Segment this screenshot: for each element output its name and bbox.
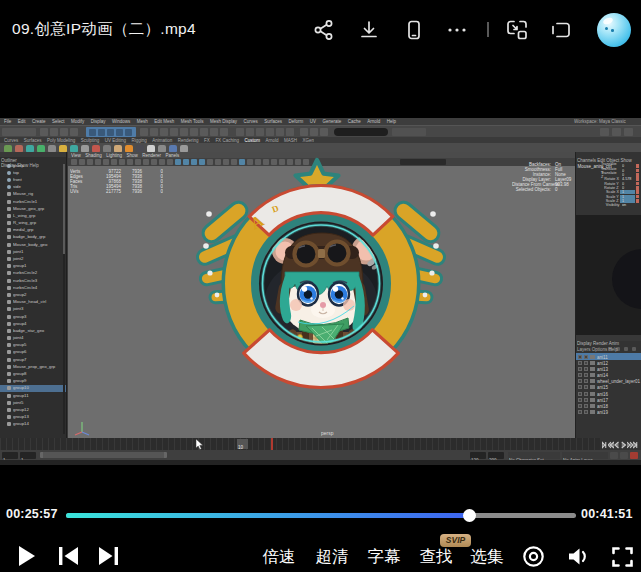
shelf-tab[interactable]: Poly Modeling xyxy=(47,138,75,143)
status-icon[interactable] xyxy=(89,129,96,136)
prev-button[interactable] xyxy=(59,547,78,569)
outliner-item[interactable]: group3 xyxy=(0,313,66,320)
status-icon[interactable] xyxy=(210,128,218,136)
record-icon[interactable] xyxy=(522,545,545,572)
avatar[interactable] xyxy=(597,13,631,47)
outliner-item[interactable]: L_wing_grp xyxy=(0,212,66,219)
outliner-item[interactable]: top xyxy=(0,169,66,176)
outliner-item[interactable]: medal_grp xyxy=(0,227,66,234)
viewport-toolbar-icon[interactable] xyxy=(183,159,189,165)
status-icon[interactable] xyxy=(107,129,114,136)
status-icon[interactable] xyxy=(50,128,58,136)
maya-menu-item[interactable]: Mesh Tools xyxy=(181,119,204,124)
viewport-toolbar-icon[interactable] xyxy=(71,159,77,165)
maya-menu-item[interactable]: Deform xyxy=(289,119,304,124)
outliner-item[interactable]: group14 xyxy=(0,421,66,428)
outliner-item[interactable]: Mouse_head_ctrl xyxy=(0,299,66,306)
maya-menu-item[interactable]: Mesh Display xyxy=(210,119,237,124)
auto-key-button[interactable] xyxy=(630,452,638,459)
progress-thumb[interactable] xyxy=(463,509,476,522)
status-icon[interactable] xyxy=(98,129,105,136)
status-icon[interactable] xyxy=(125,129,132,136)
panel-menu-item[interactable]: Lighting xyxy=(106,153,122,158)
status-icon[interactable] xyxy=(600,128,609,136)
status-icon[interactable] xyxy=(40,128,48,136)
outliner-item[interactable]: nurbsCircle4 xyxy=(0,284,66,291)
outliner-item[interactable]: group2 xyxy=(0,291,66,298)
outliner-item[interactable]: nurbsCircle1 xyxy=(0,198,66,205)
maya-command-line[interactable] xyxy=(0,460,641,465)
share-icon[interactable] xyxy=(310,16,338,44)
menuset-dropdown[interactable] xyxy=(2,128,36,136)
viewport-toolbar-icon[interactable] xyxy=(79,159,85,165)
outliner-item[interactable]: Mouse_rig xyxy=(0,191,66,198)
outliner-item[interactable]: Mouse_geo_grp xyxy=(0,205,66,212)
status-icon[interactable] xyxy=(180,128,188,136)
maya-menu-item[interactable]: Display xyxy=(91,119,106,124)
control-button-选集[interactable]: 选集 xyxy=(465,546,509,568)
status-icon[interactable] xyxy=(220,128,228,136)
shelf-tab[interactable]: UV Editing xyxy=(105,138,126,143)
outliner-item[interactable]: front xyxy=(0,176,66,183)
outliner-item[interactable]: group5 xyxy=(0,342,66,349)
status-icon[interactable] xyxy=(276,128,284,136)
outliner-item[interactable]: nurbsCircle2 xyxy=(0,270,66,277)
maya-menu-item[interactable]: Windows xyxy=(112,119,130,124)
outliner-item[interactable]: badge_star_geo xyxy=(0,327,66,334)
status-icon[interactable] xyxy=(60,128,68,136)
next-button[interactable] xyxy=(99,547,118,569)
status-icon[interactable] xyxy=(190,128,198,136)
control-button-字幕[interactable]: 字幕 xyxy=(362,546,406,568)
selection-mask-dropdown[interactable] xyxy=(392,128,426,136)
channel-row[interactable]: Visibilityon xyxy=(576,203,641,207)
status-icon[interactable] xyxy=(150,128,158,136)
status-icon[interactable] xyxy=(236,128,244,136)
status-icon[interactable] xyxy=(300,128,308,136)
outliner-item[interactable]: R_wing_grp xyxy=(0,220,66,227)
maya-playback-controls[interactable] xyxy=(600,438,641,450)
phone-icon[interactable] xyxy=(400,16,428,44)
outliner-item[interactable]: badge_body_grp xyxy=(0,234,66,241)
status-icon[interactable] xyxy=(140,128,148,136)
outliner-item[interactable]: group7 xyxy=(0,356,66,363)
maya-menu-item[interactable]: Create xyxy=(32,119,46,124)
viewport-toolbar-icon[interactable] xyxy=(167,159,173,165)
panel-menu-item[interactable]: Shading xyxy=(85,153,102,158)
outliner-item[interactable]: group6 xyxy=(0,349,66,356)
status-icon[interactable] xyxy=(310,128,318,136)
control-button-超清[interactable]: 超清 xyxy=(310,546,354,568)
shelf-tab[interactable]: Surfaces xyxy=(24,138,42,143)
status-icon[interactable] xyxy=(200,128,208,136)
maya-menu-item[interactable]: Modify xyxy=(71,119,84,124)
more-icon[interactable] xyxy=(443,16,471,44)
display-layer-row[interactable]: ani19 xyxy=(576,409,641,415)
outliner-item[interactable]: side xyxy=(0,184,66,191)
volume-icon[interactable] xyxy=(566,545,590,572)
viewport-toolbar-icon[interactable] xyxy=(95,159,101,165)
viewport-toolbar-icon[interactable] xyxy=(111,159,117,165)
outliner-item[interactable]: joint3 xyxy=(0,306,66,313)
maya-menu-item[interactable]: Cache xyxy=(348,119,361,124)
maya-menu-item[interactable]: Edit xyxy=(18,119,26,124)
status-icon[interactable] xyxy=(170,128,178,136)
maya-menu-item[interactable]: Help xyxy=(387,119,396,124)
control-button-倍速[interactable]: 倍速 xyxy=(257,546,301,568)
outliner-item[interactable]: group9 xyxy=(0,378,66,385)
maya-menu-item[interactable]: Edit Mesh xyxy=(154,119,174,124)
viewport-toolbar-icon[interactable] xyxy=(159,159,165,165)
maya-menu-item[interactable]: Arnold xyxy=(367,119,380,124)
maya-menu-item[interactable]: Surfaces xyxy=(264,119,282,124)
shelf-tab[interactable]: FX Caching xyxy=(215,138,239,143)
maya-menu-item[interactable]: Mesh xyxy=(137,119,148,124)
outliner-item[interactable]: joint4 xyxy=(0,335,66,342)
panel-menu-item[interactable]: View xyxy=(71,153,81,158)
maya-menu-item[interactable]: Curves xyxy=(244,119,258,124)
status-icon[interactable] xyxy=(246,128,254,136)
maya-menu-item[interactable]: Select xyxy=(52,119,65,124)
status-icon[interactable] xyxy=(612,128,621,136)
shelf-tab[interactable]: Rigging xyxy=(132,138,147,143)
download-icon[interactable] xyxy=(355,16,383,44)
outliner-item[interactable]: group4 xyxy=(0,320,66,327)
shelf-tab[interactable]: MASH xyxy=(284,138,297,143)
status-icon[interactable] xyxy=(286,128,294,136)
